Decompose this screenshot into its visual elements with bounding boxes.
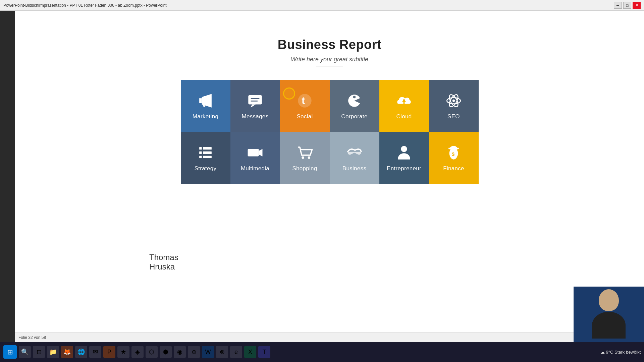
tile-cloud[interactable]: Cloud: [379, 80, 429, 132]
title-bar: PowerPoint-Bildschirmpräsentation - PPT …: [0, 0, 644, 11]
presenter-head: [599, 289, 619, 311]
svg-rect-17: [248, 149, 259, 157]
svg-point-21: [401, 146, 407, 152]
messages-icon: [246, 92, 264, 110]
title-bar-controls: ─ □ ✕: [614, 2, 641, 9]
title-bar-text: PowerPoint-Bildschirmpräsentation - PPT …: [3, 3, 614, 8]
tile-grid: Marketing Messages t Social: [181, 80, 479, 184]
taskbar-firefox[interactable]: 🦊: [61, 346, 73, 358]
taskbar: ⊞ 🔍 ⊡ 📁 🦊 🌐 ✉ P ★ ◈ ⬡ ⬢ ◉ ⊕ W ⊗ e X T ☁ …: [0, 342, 644, 362]
taskbar-edge[interactable]: e: [230, 346, 242, 358]
presenter-cam: [574, 287, 644, 342]
seo-icon: [444, 92, 463, 110]
presenter-body: [592, 312, 626, 339]
start-button[interactable]: ⊞: [3, 345, 17, 359]
close-button[interactable]: ✕: [633, 2, 641, 9]
svg-point-5: [353, 96, 356, 98]
tile-strategy[interactable]: Strategy: [181, 132, 230, 184]
taskbar-extra3[interactable]: ⬡: [146, 346, 158, 358]
tile-strategy-label: Strategy: [195, 165, 217, 172]
taskbar-taskview[interactable]: ⊡: [33, 346, 45, 358]
cloud-icon: [395, 92, 413, 110]
tile-corporate-label: Corporate: [341, 113, 367, 120]
svg-point-20: [308, 157, 310, 159]
tile-messages-label: Messages: [242, 113, 269, 120]
tile-multimedia[interactable]: Multimedia: [230, 132, 280, 184]
svg-text:t: t: [302, 95, 305, 106]
maximize-button[interactable]: □: [623, 2, 631, 9]
slide-count: Folie 32 von 58: [18, 335, 46, 340]
presenter-silhouette: [587, 289, 631, 340]
finance-icon: $: [444, 143, 463, 162]
taskbar-excel[interactable]: X: [244, 346, 256, 358]
tile-entrepreneur[interactable]: Entrepreneur: [379, 132, 429, 184]
svg-rect-0: [248, 95, 262, 105]
subtitle-divider: [316, 66, 343, 66]
cursor-indicator: [283, 87, 295, 100]
svg-rect-11: [199, 147, 202, 149]
weather-text: 9°C Stark bewölkt: [606, 350, 641, 355]
strategy-icon: [196, 143, 215, 162]
minimize-button[interactable]: ─: [614, 2, 622, 9]
left-sidebar: [0, 11, 15, 342]
business-icon: [345, 143, 364, 162]
taskbar-chrome[interactable]: 🌐: [75, 346, 87, 358]
tile-corporate[interactable]: Corporate: [330, 80, 379, 132]
taskbar-teams[interactable]: T: [258, 346, 270, 358]
tile-entrepreneur-label: Entrepreneur: [387, 165, 421, 172]
corporate-icon: [345, 92, 364, 110]
svg-rect-16: [203, 156, 212, 158]
marketing-icon: [196, 92, 215, 110]
taskbar-extra2[interactable]: ◈: [131, 346, 144, 358]
tile-cloud-label: Cloud: [396, 113, 412, 120]
tile-shopping-label: Shopping: [292, 165, 317, 172]
tile-seo-label: SEO: [447, 113, 460, 120]
tile-seo[interactable]: SEO: [429, 80, 479, 132]
taskbar-extra1[interactable]: ★: [117, 346, 129, 358]
tile-business-label: Business: [342, 165, 366, 172]
tile-messages[interactable]: Messages: [230, 80, 280, 132]
svg-rect-14: [203, 152, 212, 154]
taskbar-weather: ☁ 9°C Stark bewölkt: [600, 350, 641, 355]
slide-title: Business Report: [278, 38, 381, 52]
shopping-icon: [296, 143, 314, 162]
slide-content: Business Report Write here your great su…: [15, 11, 644, 342]
multimedia-icon: [246, 143, 264, 162]
taskbar-extra6[interactable]: ⊕: [188, 346, 200, 358]
taskbar-extra4[interactable]: ⬢: [160, 346, 172, 358]
taskbar-powerpoint[interactable]: P: [103, 346, 115, 358]
taskbar-extra5[interactable]: ◉: [174, 346, 186, 358]
tile-marketing-label: Marketing: [193, 113, 218, 120]
svg-marker-18: [259, 149, 263, 157]
svg-point-19: [302, 157, 304, 159]
tile-marketing[interactable]: Marketing: [181, 80, 230, 132]
taskbar-word[interactable]: W: [202, 346, 214, 358]
tile-social-label: Social: [297, 113, 313, 120]
svg-text:$: $: [452, 152, 454, 157]
social-icon: t: [296, 92, 314, 110]
tile-multimedia-label: Multimedia: [241, 165, 269, 172]
tile-finance-label: Finance: [443, 165, 464, 172]
presenter-name: Thomas Hruska: [149, 253, 178, 272]
taskbar-explorer[interactable]: 📁: [47, 346, 59, 358]
slide-subtitle: Write here your great subtitle: [291, 56, 368, 63]
cloud-icon-taskbar: ☁: [600, 350, 605, 355]
taskbar-extra7[interactable]: ⊗: [216, 346, 228, 358]
tile-shopping[interactable]: Shopping: [280, 132, 330, 184]
taskbar-search[interactable]: 🔍: [19, 346, 31, 358]
taskbar-outlook[interactable]: ✉: [89, 346, 101, 358]
svg-rect-13: [199, 152, 202, 154]
tile-social[interactable]: t Social: [280, 80, 330, 132]
svg-rect-12: [203, 147, 212, 149]
tile-finance[interactable]: $ Finance: [429, 132, 479, 184]
entrepreneur-icon: [395, 143, 413, 162]
tile-business[interactable]: Business: [330, 132, 379, 184]
svg-rect-15: [199, 156, 202, 158]
status-bar: Folie 32 von 58 Anzeigeeinste...: [15, 333, 644, 342]
taskbar-right: ☁ 9°C Stark bewölkt: [600, 350, 641, 355]
svg-point-10: [452, 100, 455, 102]
